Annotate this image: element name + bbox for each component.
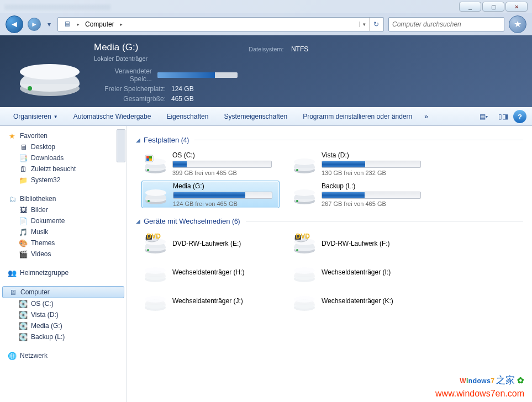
favorites-star-button[interactable]: ★ (509, 15, 526, 33)
chevron-right-icon[interactable]: ▸ (118, 22, 125, 27)
sidebar-computer-item-2[interactable]: 💽Media (G:) (0, 320, 127, 331)
search-box[interactable] (388, 17, 504, 31)
organize-button[interactable]: Organisieren▼ (6, 110, 66, 123)
usb-icon (144, 289, 167, 313)
address-dropdown[interactable]: ▾ (359, 22, 369, 27)
network-icon: 🌐 (8, 351, 17, 360)
device-card-5[interactable]: Wechseldatenträger (K:) (291, 288, 429, 314)
view-options-button[interactable]: ▤▾ (473, 110, 493, 123)
sidebar-computer-item-1[interactable]: 💽Vista (D:) (0, 309, 127, 320)
item-label: Zuletzt besucht (31, 165, 76, 173)
sidebar-scrollbar[interactable] (117, 129, 125, 162)
device-name: DVD-RW-Laufwerk (E:) (172, 240, 241, 247)
help-button[interactable]: ? (513, 110, 526, 123)
section-head-removable[interactable]: ◢ Geräte mit Wechselmedien (6) (136, 217, 523, 225)
star-icon: ★ (8, 131, 17, 140)
sidebar-homegroup-head[interactable]: 👥Heimnetzgruppe (0, 267, 127, 278)
section-head-harddisks[interactable]: ◢ Festplatten (4) (136, 136, 523, 144)
toolbar-overflow[interactable]: » (420, 113, 433, 120)
refresh-button[interactable]: ↻ (369, 18, 382, 31)
sidebar-libraries-head[interactable]: 🗂Bibliotheken (0, 193, 127, 204)
maximize-button[interactable]: ▢ (482, 2, 504, 12)
item-icon: 📁 (19, 176, 28, 184)
sidebar-favorites-item-0[interactable]: 🖥Desktop (0, 141, 127, 152)
properties-button[interactable]: Eigenschaften (159, 110, 216, 123)
drive-name: Vista (D:) (322, 151, 426, 159)
device-card-2[interactable]: Wechseldatenträger (H:) (141, 260, 280, 285)
device-card-1[interactable]: DVD-RW-Laufwerk (F:) (291, 231, 429, 256)
sidebar-libraries-item-1[interactable]: 📄Dokumente (0, 215, 127, 226)
filesystem-value: NTFS (291, 45, 308, 53)
drive-free-text: 124 GB frei von 465 GB (173, 200, 277, 207)
drive-card-2[interactable]: Media (G:) 124 GB frei von 465 GB (141, 181, 280, 208)
sidebar-favorites-head[interactable]: ★Favoriten (0, 130, 127, 141)
breadcrumb-computer[interactable]: Computer (82, 19, 118, 30)
sidebar-computer-item-3[interactable]: 💽Backup (L:) (0, 331, 127, 342)
usb-icon (293, 289, 316, 313)
forward-button[interactable]: ► (28, 18, 41, 31)
history-dropdown[interactable]: ▾ (45, 20, 53, 28)
sidebar-computer-item-0[interactable]: 💽OS (C:) (0, 298, 127, 309)
item-label: Desktop (31, 143, 55, 151)
back-button[interactable]: ◄ (6, 15, 23, 33)
drive-usage-bar (322, 192, 421, 199)
uninstall-program-button[interactable]: Programm deinstallieren oder ändern (295, 110, 420, 123)
device-card-3[interactable]: Wechseldatenträger (I:) (291, 260, 429, 285)
svg-point-3 (28, 86, 32, 91)
autoplay-button[interactable]: Automatische Wiedergabe (66, 110, 159, 123)
search-input[interactable] (392, 20, 501, 28)
item-label: Musik (31, 228, 48, 236)
item-label: Downloads (31, 154, 64, 162)
item-icon: 💽 (19, 332, 28, 341)
item-icon: 🎬 (19, 250, 28, 258)
hdd-icon (144, 152, 167, 175)
drive-name: OS (C:) (172, 151, 277, 159)
close-button[interactable]: ✕ (505, 2, 528, 12)
chevron-right-icon[interactable]: ▸ (75, 22, 82, 27)
computer-icon: 🖥 (8, 288, 17, 297)
item-icon: 🖥 (19, 142, 28, 151)
sidebar-favorites-item-1[interactable]: 📑Downloads (0, 152, 127, 163)
sidebar: ★Favoriten 🖥Desktop📑Downloads🗓Zuletzt be… (0, 126, 127, 402)
drive-free-text: 399 GB frei von 465 GB (172, 170, 277, 176)
usb-icon (293, 261, 316, 284)
item-icon: 🎵 (19, 228, 28, 236)
dvd-icon (144, 232, 167, 255)
device-name: DVD-RW-Laufwerk (F:) (322, 240, 390, 247)
drive-card-0[interactable]: OS (C:) 399 GB frei von 465 GB (141, 150, 280, 177)
system-properties-button[interactable]: Systemeigenschaften (216, 110, 295, 123)
item-icon: 🎨 (19, 239, 28, 247)
collapse-icon: ◢ (136, 137, 140, 143)
item-icon: 🖼 (19, 205, 28, 214)
preview-pane-button[interactable]: ▯◨ (493, 110, 513, 123)
item-label: Themes (31, 239, 55, 247)
drive-free-text: 130 GB frei von 232 GB (322, 170, 426, 176)
drive-card-3[interactable]: Backup (L:) 267 GB frei von 465 GB (291, 181, 429, 208)
collapse-icon: ◢ (136, 218, 140, 224)
sidebar-libraries-item-3[interactable]: 🎨Themes (0, 237, 127, 248)
device-card-4[interactable]: Wechseldatenträger (J:) (141, 288, 280, 314)
sidebar-libraries-item-0[interactable]: 🖼Bilder (0, 204, 127, 215)
drive-usage-bar (173, 192, 272, 199)
minimize-button[interactable]: ⎯ (459, 2, 481, 12)
address-bar[interactable]: 🖥 ▸ Computer ▸ ▾ ↻ (57, 17, 384, 31)
sidebar-libraries-item-4[interactable]: 🎬Videos (0, 248, 127, 260)
item-label: Media (G:) (31, 322, 62, 330)
sidebar-libraries-item-2[interactable]: 🎵Musik (0, 226, 127, 237)
sidebar-favorites-item-3[interactable]: 📁System32 (0, 174, 127, 186)
item-label: Dokumente (31, 217, 65, 225)
content-area: ◢ Festplatten (4) OS (C:) 399 GB frei vo… (127, 126, 532, 402)
total-size-value: 465 GB (171, 95, 194, 103)
sidebar-favorites-item-2[interactable]: 🗓Zuletzt besucht (0, 163, 127, 174)
item-icon: 💽 (19, 299, 28, 308)
device-card-0[interactable]: DVD-RW-Laufwerk (E:) (141, 231, 280, 256)
svg-point-2 (20, 64, 80, 80)
address-root-icon[interactable]: 🖥 (59, 18, 75, 30)
sidebar-network-head[interactable]: 🌐Netzwerk (0, 350, 127, 361)
drive-name: Media (G:) (173, 182, 277, 190)
hdd-icon (293, 152, 316, 175)
details-pane: Media (G:) Lokaler Datenträger Verwendet… (0, 35, 532, 107)
drive-card-1[interactable]: Vista (D:) 130 GB frei von 232 GB (291, 150, 429, 177)
sidebar-computer-head[interactable]: 🖥Computer (2, 286, 124, 298)
usb-icon (144, 261, 167, 284)
